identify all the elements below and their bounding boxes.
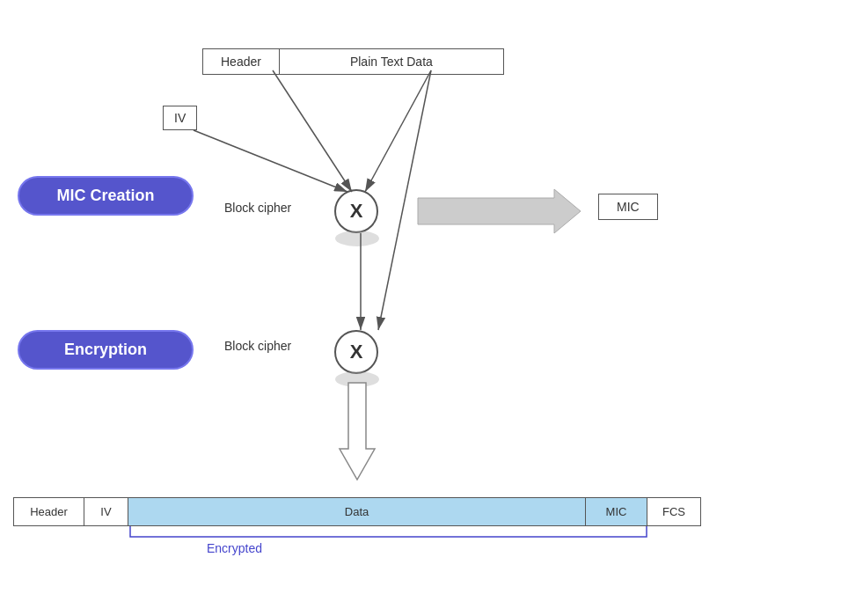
svg-line-3 bbox=[273, 70, 352, 192]
svg-marker-8 bbox=[340, 383, 375, 480]
bottom-iv-cell: IV bbox=[84, 498, 128, 525]
plain-text-cell: Plain Text Data bbox=[280, 49, 503, 74]
header-row: Header Plain Text Data bbox=[202, 48, 504, 75]
diagram-container: Header Plain Text Data IV MIC Creation E… bbox=[0, 0, 841, 616]
bottom-frame: Header IV Data MIC FCS bbox=[13, 497, 701, 526]
mic-creation-label: MIC Creation bbox=[18, 176, 194, 216]
circle-shadow-1 bbox=[335, 231, 379, 246]
mic-box: MIC bbox=[598, 194, 658, 220]
svg-line-2 bbox=[194, 130, 347, 192]
xor-circle-2: X bbox=[334, 330, 378, 374]
bottom-fcs-cell: FCS bbox=[647, 498, 700, 525]
iv-box: IV bbox=[163, 106, 197, 130]
header-cell: Header bbox=[203, 49, 280, 74]
encrypted-label: Encrypted bbox=[207, 541, 262, 555]
block-cipher-label-2: Block cipher bbox=[224, 339, 291, 353]
svg-line-4 bbox=[365, 70, 431, 192]
circle-shadow-2 bbox=[335, 371, 379, 387]
block-cipher-label-1: Block cipher bbox=[224, 201, 291, 215]
bottom-data-cell: Data bbox=[128, 498, 586, 525]
encryption-label: Encryption bbox=[18, 330, 194, 370]
bottom-mic-cell: MIC bbox=[586, 498, 647, 525]
svg-marker-7 bbox=[418, 189, 581, 233]
bottom-header-cell: Header bbox=[14, 498, 84, 525]
xor-circle-1: X bbox=[334, 189, 378, 233]
svg-line-6 bbox=[378, 70, 431, 330]
